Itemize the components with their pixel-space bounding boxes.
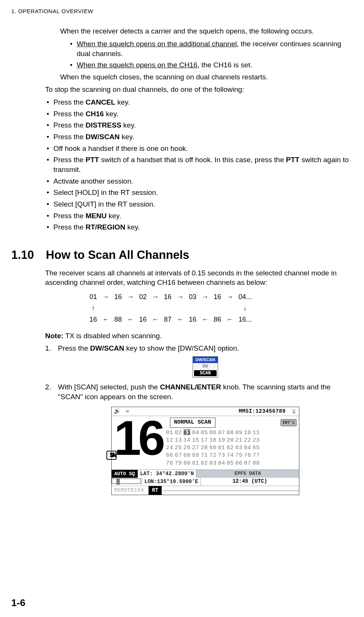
channel-cell: 11 (253, 430, 260, 436)
t: Press the (53, 212, 86, 220)
intro-bullet-2: When the squelch opens on the CH16, the … (68, 60, 353, 70)
stop-item-quit: Select [QUIT] in the RT session. (45, 199, 353, 209)
scan-row-3: 16←88←16←87←16←86←16... (87, 315, 254, 325)
c: 16 (137, 315, 149, 325)
intro-b2-underline: When the squelch opens on the CH16, (77, 61, 199, 69)
channel-cell: 77 (253, 452, 260, 459)
c: ← (100, 315, 111, 325)
t: key. (115, 98, 130, 106)
mmsi-value: 123456789 (255, 408, 285, 414)
section-body: The receiver scans all channels at inter… (45, 268, 353, 495)
intro-block: When the receiver detects a carrier and … (60, 26, 353, 82)
c: 01 (87, 292, 99, 302)
c: 16 (211, 292, 223, 302)
channel-cell: 66 (166, 452, 173, 459)
channel-cell: 64 (244, 445, 251, 451)
channel-cell: 63 (235, 445, 243, 451)
stop-item-session: Activate another session. (45, 176, 353, 186)
device-screen: 🔊 ✉ MMSI:123456789 📡 SCAN 16 (111, 407, 299, 495)
mmsi-readout: MMSI:123456789 📡 (239, 408, 297, 415)
c: → (224, 292, 235, 302)
channel-cell: 67 (175, 452, 182, 459)
stop-item-ch16: Press the CH16 key. (45, 109, 353, 119)
stop-list: Press the CANCEL key. Press the CH16 key… (45, 97, 353, 232)
channel-cell: 19 (218, 437, 225, 444)
page-header: 1. OPERATIONAL OVERVIEW (11, 8, 353, 15)
squelch-knob-icon (117, 479, 120, 485)
time-readout: 12:45 (UTC) (201, 478, 299, 486)
squelch-bar (112, 479, 141, 484)
intro-p1: When the receiver detects a carrier and … (60, 26, 353, 36)
channel-cell: 72 (209, 452, 217, 459)
c (187, 303, 199, 314)
screen-main: SCAN 16 NORMAL SCAN INT'L 01020304050607… (112, 416, 299, 470)
dwscan-dw-option: DW (193, 363, 218, 370)
c: 88 (112, 315, 124, 325)
intro-p2: When the squelch closes, the scanning on… (60, 72, 353, 82)
key-menu: MENU (86, 212, 107, 220)
channel-cell: 61 (218, 445, 225, 451)
intl-badge: INT'L (281, 419, 297, 426)
t: Press the (53, 223, 86, 231)
channel-cell: 28 (201, 445, 208, 451)
dwscan-head: DW/SCAN (193, 357, 218, 363)
t: Press the (53, 121, 86, 129)
intro-b1-underline: When the squelch opens on the additional… (77, 40, 239, 48)
key-channelenter: CHANNEL/ENTER (160, 383, 221, 391)
t: key. (120, 133, 134, 141)
channel-cell: 13 (175, 437, 182, 444)
section-header: 1.10 How to Scan All Channels (11, 247, 353, 263)
step-1: 1. Press the DW/SCAN key to show the [DW… (45, 343, 353, 378)
channel-cell: 62 (227, 445, 234, 451)
key-rtregion: RT/REGION (86, 223, 126, 231)
stop-item-menu: Press the MENU key. (45, 211, 353, 221)
c (137, 303, 149, 314)
intro-bullet-1: When the squelch opens on the additional… (68, 39, 353, 58)
c (162, 303, 174, 314)
c (224, 303, 235, 314)
scan-row-2: ↑↓ (87, 303, 254, 314)
intro-b2-rest: the CH16 is set. (199, 61, 252, 69)
badge-row: NORMAL SCAN INT'L (166, 418, 297, 427)
channel-cell: 23 (253, 437, 260, 444)
steps-list: 1. Press the DW/SCAN key to show the [DW… (45, 343, 353, 495)
channel-grid: 0102030405060708091011121314151718192021… (166, 429, 297, 467)
channel-cell: 10 (244, 430, 251, 436)
channel-cell: 21 (235, 437, 243, 444)
channel-cell: 25 (175, 445, 182, 451)
stop-item-ptt: Press the PTT switch of a handset that i… (45, 155, 353, 174)
stop-item-cancel: Press the CANCEL key. (45, 97, 353, 107)
c: 16 (87, 315, 99, 325)
intro-bullets: When the squelch opens on the additional… (68, 39, 353, 70)
channel-cell: 15 (192, 437, 199, 444)
channel-cell: 01 (166, 430, 173, 436)
t: key. (107, 212, 121, 220)
c: 86 (211, 315, 223, 325)
section-title: How to Scan All Channels (46, 247, 189, 263)
section-desc: The receiver scans all channels at inter… (45, 268, 353, 287)
c: 02 (137, 292, 149, 302)
c: ← (199, 315, 211, 325)
t: Press the (53, 133, 86, 141)
channel-cell: 78 (166, 460, 173, 467)
t: key. (104, 110, 118, 118)
remote-label: REMOTE104 (112, 486, 146, 495)
c: ↓ (236, 303, 254, 314)
channel-cell: 08 (227, 430, 234, 436)
stop-item-rtregion: Press the RT/REGION key. (45, 222, 353, 232)
t: key. (121, 121, 136, 129)
bottom-row-3: REMOTE104 RT (112, 486, 299, 495)
channel-cell: 26 (184, 445, 191, 451)
t: key. (125, 223, 140, 231)
channel-cell: 05 (201, 430, 208, 436)
scan-note: Note: TX is disabled when scanning. (45, 331, 353, 341)
channel-cell: 24 (166, 445, 173, 451)
channel-cell: 60 (209, 445, 217, 451)
channel-cell: 73 (218, 452, 225, 459)
stop-item-hold: Select [HOLD] in the RT session. (45, 188, 353, 198)
scan-badge: SCAN (106, 451, 117, 460)
channel-cell: 27 (192, 445, 199, 451)
big-value: 16 (114, 410, 162, 465)
c: ← (150, 315, 161, 325)
key-dwscan2: DW/SCAN (90, 344, 124, 352)
